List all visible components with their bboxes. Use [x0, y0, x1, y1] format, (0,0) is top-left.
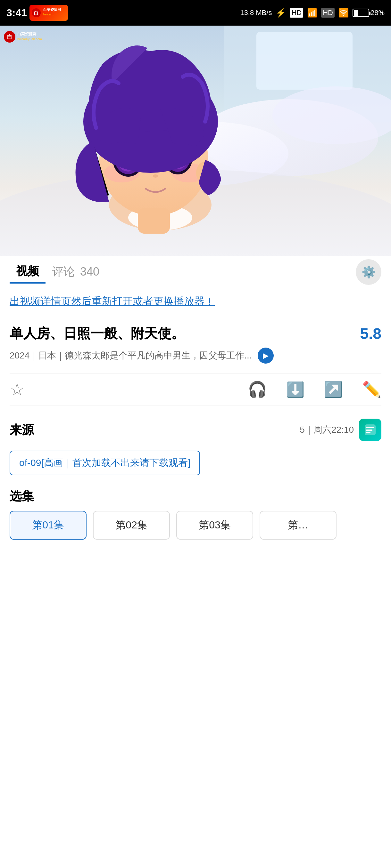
svg-rect-40: [366, 432, 370, 433]
source-tag[interactable]: of-09[高画｜首次加载不出来请下载观看]: [9, 451, 200, 475]
status-right: 13.8 MB/s ⚡ HD 📶 HD 🛜 28%: [240, 8, 385, 18]
comment-count: 340: [80, 265, 99, 278]
battery: 28%: [353, 9, 385, 17]
tab-bar: 视频 评论 340 ⚙️: [0, 256, 391, 288]
meta-more-button[interactable]: ▶: [258, 348, 274, 364]
signal-hd1: HD: [290, 8, 303, 18]
app-icon-svg: [363, 423, 377, 437]
download-button[interactable]: ⬇️: [286, 381, 304, 398]
favorite-star-icon: ☆: [9, 380, 25, 399]
status-time: 3:41: [6, 7, 27, 19]
tab-comment[interactable]: 评论 340: [52, 264, 99, 280]
title-row: 单人房、日照一般、附天使。 5.8: [9, 325, 381, 342]
source-row: 来源 5｜周六22:10: [9, 412, 381, 447]
source-app-icon-button[interactable]: [359, 418, 381, 441]
source-label: 来源: [9, 422, 34, 438]
episode-button-3[interactable]: 第03集: [176, 511, 253, 539]
edit-button[interactable]: ✏️: [362, 380, 381, 399]
svg-point-29: [153, 175, 158, 178]
video-info-section: 单人房、日照一般、附天使。 5.8 2024｜日本｜德光森太郎是个平凡的高中男生…: [0, 315, 391, 552]
tab-video[interactable]: 视频: [9, 260, 46, 284]
app-watermark-logo: 白 白菜资源网 baicai...: [29, 5, 68, 21]
episode-button-4[interactable]: 第…: [260, 511, 337, 539]
share-icon: ↗️: [324, 380, 343, 399]
bluetooth-icon: ⚡: [276, 8, 286, 18]
svg-rect-38: [366, 427, 374, 428]
episode-button-1[interactable]: 第01集: [9, 511, 86, 539]
video-rating: 5.8: [360, 325, 381, 342]
status-bar: 3:41 白 白菜资源网 baicai... 13.8 MB/s ⚡ HD 📶 …: [0, 0, 391, 26]
signal-hd2: HD: [321, 8, 335, 18]
meta-text: 2024｜日本｜德光森太郎是个平凡的高中男生，因父母工作...: [9, 349, 252, 362]
favorite-button[interactable]: ☆: [9, 380, 25, 399]
notice-text[interactable]: 出视频详情页然后重新打开或者更换播放器！: [9, 296, 215, 307]
share-button[interactable]: ↗️: [324, 380, 343, 399]
video-thumbnail: [0, 26, 391, 256]
empty-area: [0, 552, 391, 808]
svg-text:白: 白: [34, 10, 38, 16]
svg-rect-39: [366, 430, 372, 431]
svg-text:白菜资源网: 白菜资源网: [17, 32, 36, 36]
svg-rect-7: [256, 32, 353, 90]
svg-text:白菜资源网: 白菜资源网: [43, 8, 61, 11]
episode-section: 选集 第01集 第02集 第03集 第…: [9, 485, 381, 546]
episode-button-2[interactable]: 第02集: [93, 511, 170, 539]
edit-icon: ✏️: [362, 380, 381, 399]
settings-icon: ⚙️: [362, 265, 376, 279]
svg-rect-32: [138, 208, 170, 234]
svg-text:白: 白: [7, 34, 12, 39]
video-title: 单人房、日照一般、附天使。: [9, 325, 354, 342]
settings-button[interactable]: ⚙️: [356, 259, 381, 285]
watermark-svg: 白 白菜资源网 baicaiziyuan.com: [3, 29, 45, 45]
network-speed: 13.8 MB/s: [240, 9, 272, 17]
battery-percent: 28%: [370, 9, 385, 17]
svg-text:baicaiziyuan.com: baicaiziyuan.com: [17, 37, 42, 41]
action-row: ☆ 🎧 ⬇️ ↗️ ✏️: [9, 373, 381, 406]
download-icon: ⬇️: [286, 381, 304, 398]
notice-banner: 出视频详情页然后重新打开或者更换播放器！: [0, 288, 391, 315]
more-icon: ▶: [263, 351, 269, 360]
audio-button[interactable]: 🎧: [248, 380, 267, 399]
video-player[interactable]: 白 白菜资源网 baicaiziyuan.com: [0, 26, 391, 256]
wifi-icon: 🛜: [338, 8, 349, 18]
video-watermark: 白 白菜资源网 baicaiziyuan.com: [3, 29, 45, 45]
home-indicator: [150, 854, 240, 857]
video-meta: 2024｜日本｜德光森太郎是个平凡的高中男生，因父母工作... ▶: [9, 348, 381, 364]
episode-list: 第01集 第02集 第03集 第…: [9, 511, 381, 543]
svg-text:baicai...: baicai...: [43, 13, 54, 16]
signal-bars: 📶: [307, 8, 317, 18]
source-info: 5｜周六22:10: [300, 424, 354, 436]
headphone-icon: 🎧: [248, 380, 267, 399]
status-left: 3:41 白 白菜资源网 baicai...: [6, 5, 68, 21]
home-indicator-bar: [0, 842, 391, 868]
episode-title: 选集: [9, 488, 381, 504]
